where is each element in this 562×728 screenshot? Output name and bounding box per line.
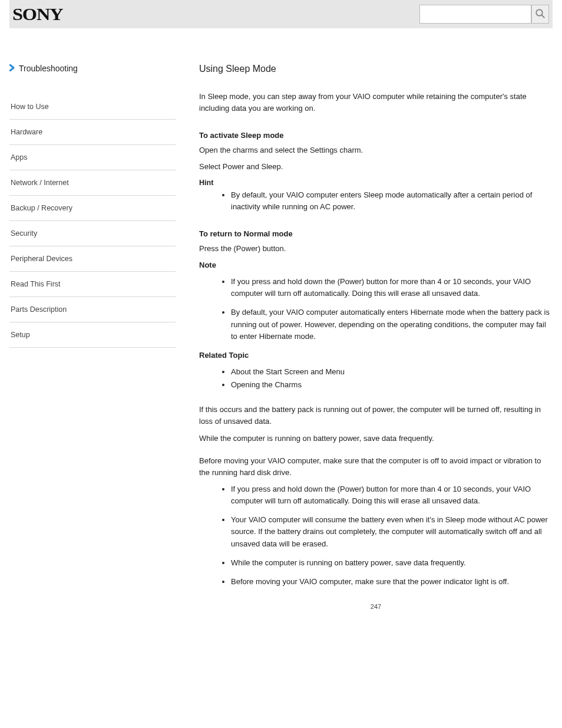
sidebar-title-text: Troubleshooting bbox=[19, 64, 78, 73]
sidebar-item-link[interactable]: Parts Description bbox=[11, 305, 176, 314]
sidebar-item-link[interactable]: Peripheral Devices bbox=[11, 255, 176, 263]
page-number: 247 bbox=[199, 603, 553, 610]
sidebar-item-link[interactable]: Read This First bbox=[11, 280, 176, 288]
sidebar-item[interactable]: How to Use bbox=[9, 94, 176, 120]
sidebar-item[interactable]: Apps bbox=[9, 145, 176, 170]
hint-list: By default, your VAIO computer enters Sl… bbox=[199, 189, 553, 213]
sidebar-item[interactable]: Network / Internet bbox=[9, 170, 176, 196]
search-icon bbox=[535, 8, 546, 21]
search-button[interactable] bbox=[531, 5, 549, 24]
sidebar-item-link[interactable]: Security bbox=[11, 229, 176, 238]
body-text: Before moving your VAIO computer, make s… bbox=[199, 455, 553, 479]
sidebar-item-link[interactable]: Network / Internet bbox=[11, 179, 176, 187]
notes-list: If you press and hold down the (Power) b… bbox=[199, 483, 553, 588]
search-input[interactable] bbox=[419, 5, 531, 24]
step-text: Open the charms and select the Settings … bbox=[199, 144, 553, 156]
sidebar-title: Troubleshooting bbox=[9, 64, 176, 78]
search-form bbox=[419, 5, 549, 24]
sidebar-item[interactable]: Security bbox=[9, 221, 176, 246]
related-item[interactable]: About the Start Screen and Menu bbox=[231, 366, 553, 378]
step-text: Press the (Power) button. bbox=[199, 243, 553, 255]
page-title: Using Sleep Mode bbox=[199, 64, 553, 74]
hint-label-row: Hint bbox=[199, 178, 553, 187]
body-text: If this occurs and the battery pack is r… bbox=[199, 404, 553, 427]
svg-line-1 bbox=[541, 15, 544, 18]
step-heading: To activate Sleep mode bbox=[199, 131, 553, 140]
sidebar-item[interactable]: Hardware bbox=[9, 120, 176, 145]
note-label: Note bbox=[199, 259, 553, 271]
chevron-right-icon bbox=[9, 64, 15, 73]
step-heading: To return to Normal mode bbox=[199, 229, 553, 238]
sidebar-item-link[interactable]: Setup bbox=[11, 331, 176, 339]
hint-label: Hint bbox=[199, 179, 213, 187]
brand-logo: SONY bbox=[11, 4, 63, 24]
hint-item: By default, your VAIO computer enters Sl… bbox=[231, 189, 553, 213]
sidebar-item[interactable]: Read This First bbox=[9, 272, 176, 297]
caution-item: If you press and hold down the (Power) b… bbox=[231, 276, 553, 299]
related-item[interactable]: Opening the Charms bbox=[231, 379, 553, 391]
sidebar-item[interactable]: Peripheral Devices bbox=[9, 246, 176, 272]
topbar: SONY bbox=[9, 0, 553, 28]
sidebar-item[interactable]: Backup / Recovery bbox=[9, 196, 176, 221]
sidebar-list: How to Use Hardware Apps Network / Inter… bbox=[9, 94, 176, 348]
note-item: Before moving your VAIO computer, make s… bbox=[231, 576, 553, 588]
caution-item: By default, your VAIO computer automatic… bbox=[231, 307, 553, 342]
note-item: While the computer is running on battery… bbox=[231, 557, 553, 569]
sidebar-item[interactable]: Setup bbox=[9, 322, 176, 348]
sidebar: Troubleshooting How to Use Hardware Apps… bbox=[9, 64, 176, 610]
sidebar-item[interactable]: Parts Description bbox=[9, 297, 176, 322]
sidebar-item-link[interactable]: How to Use bbox=[11, 103, 176, 111]
note-item: If you press and hold down the (Power) b… bbox=[231, 483, 553, 507]
caution-list: If you press and hold down the (Power) b… bbox=[199, 276, 553, 342]
related-list: About the Start Screen and Menu Opening … bbox=[199, 366, 553, 391]
intro-text: In Sleep mode, you can step away from yo… bbox=[199, 91, 553, 114]
related-label: Related Topic bbox=[199, 350, 553, 361]
sidebar-item-link[interactable]: Apps bbox=[11, 153, 176, 162]
note-item: Your VAIO computer will consume the batt… bbox=[231, 514, 553, 549]
step-text: Select Power and Sleep. bbox=[199, 161, 553, 173]
main-content: Using Sleep Mode In Sleep mode, you can … bbox=[176, 64, 553, 610]
sidebar-item-link[interactable]: Backup / Recovery bbox=[11, 204, 176, 212]
body-text: While the computer is running on battery… bbox=[199, 433, 553, 444]
sidebar-item-link[interactable]: Hardware bbox=[11, 128, 176, 136]
